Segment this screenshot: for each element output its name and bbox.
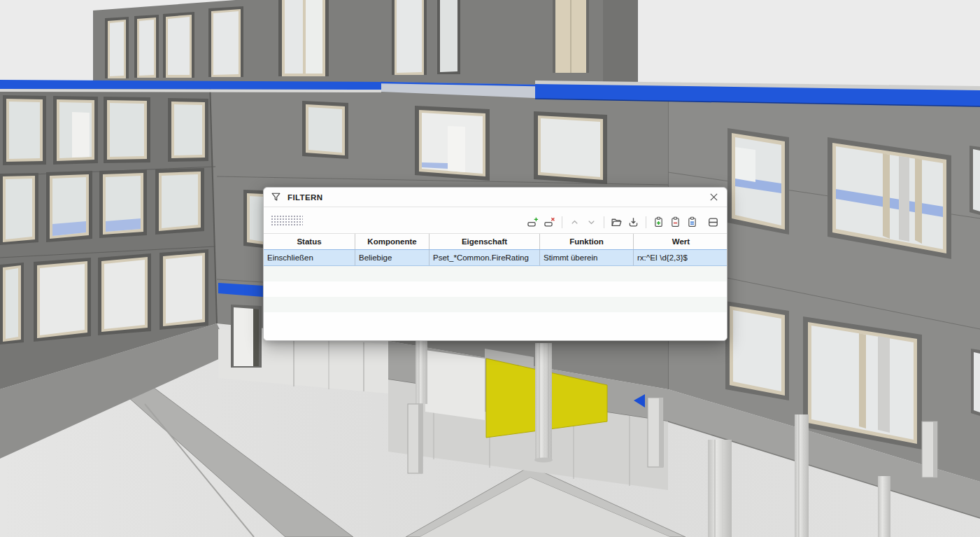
- add-row-button[interactable]: [526, 216, 539, 229]
- dialog-toolbar: [264, 207, 727, 233]
- paste-add-button[interactable]: [652, 216, 665, 229]
- table-button[interactable]: [706, 216, 720, 229]
- clipboard-lines-icon: [686, 216, 698, 228]
- toolbar-separator: [604, 216, 604, 228]
- cell-wert[interactable]: rx:^EI \d{2,3}$: [634, 250, 727, 265]
- cell-status[interactable]: Einschließen: [264, 250, 355, 265]
- empty-table-row[interactable]: [264, 312, 727, 341]
- cell-komponente[interactable]: Beliebige: [355, 250, 429, 265]
- cell-eigenschaft[interactable]: Pset_*Common.FireRating: [429, 250, 540, 265]
- paste-replace-button[interactable]: [686, 216, 699, 229]
- drag-handle-dots[interactable]: [271, 215, 303, 225]
- table-header-row: Status Komponente Eigenschaft Funktion W…: [264, 233, 727, 249]
- column-header-eigenschaft[interactable]: Eigenschaft: [429, 234, 540, 249]
- toolbar-separator: [562, 216, 562, 228]
- upper-floor-block: [93, 0, 638, 87]
- chevron-down-icon: [586, 217, 597, 228]
- row-add-icon: [527, 216, 539, 228]
- cell-funktion[interactable]: Stimmt überein: [540, 250, 634, 265]
- toolbar-separator: [646, 216, 646, 228]
- column-header-funktion[interactable]: Funktion: [540, 234, 634, 249]
- filter-rule-row[interactable]: Einschließen Beliebige Pset_*Common.Fire…: [264, 249, 727, 266]
- move-down-button[interactable]: [585, 216, 598, 229]
- app-window: FILTERN: [0, 0, 980, 537]
- clipboard-plus-icon: [653, 216, 665, 228]
- remove-row-button[interactable]: [543, 216, 556, 229]
- table-icon: [707, 216, 719, 228]
- save-filter-button[interactable]: [627, 216, 640, 229]
- entrance-door: [231, 305, 262, 368]
- column-header-status[interactable]: Status: [264, 234, 355, 249]
- column-header-komponente[interactable]: Komponente: [355, 234, 429, 249]
- empty-table-row[interactable]: [264, 281, 727, 297]
- filter-dialog: FILTERN: [263, 187, 727, 341]
- column-header-wert[interactable]: Wert: [634, 234, 727, 249]
- save-download-icon: [627, 216, 639, 228]
- filter-funnel-icon: [271, 192, 281, 202]
- row-remove-icon: [544, 216, 555, 228]
- empty-table-row[interactable]: [264, 266, 727, 281]
- move-up-button[interactable]: [568, 216, 581, 229]
- open-filter-button[interactable]: [610, 216, 623, 229]
- chevron-up-icon: [569, 217, 580, 228]
- close-icon: [709, 193, 718, 202]
- folder-open-icon: [611, 216, 623, 228]
- paste-subtract-button[interactable]: [669, 216, 682, 229]
- empty-table-row[interactable]: [264, 297, 727, 312]
- dialog-titlebar[interactable]: FILTERN: [264, 188, 727, 207]
- clipboard-minus-icon: [669, 216, 681, 228]
- dialog-title: FILTERN: [287, 193, 706, 202]
- close-button[interactable]: [706, 190, 721, 205]
